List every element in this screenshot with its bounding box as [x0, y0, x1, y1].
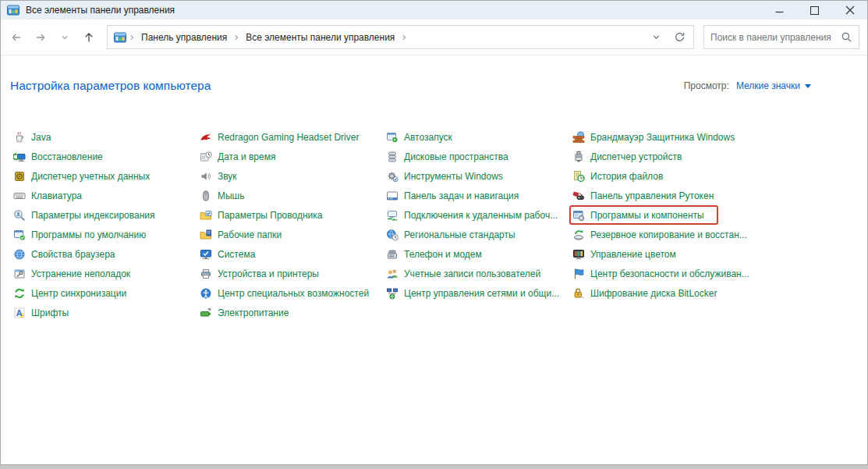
item-label: Программы и компоненты [590, 210, 704, 221]
recent-pages-dropdown[interactable] [54, 27, 75, 48]
backup-restore-icon [572, 229, 585, 241]
control-panel-item[interactable]: Резервное копирование и восстан... [569, 225, 761, 244]
item-label: Центр специальных возможностей [218, 288, 369, 299]
control-panel-item[interactable]: Дисковые пространства [383, 147, 523, 166]
maximize-button[interactable] [797, 1, 832, 20]
window-title: Все элементы панели управления [26, 5, 175, 16]
control-panel-item[interactable]: Redragon Gaming Headset Driver [197, 127, 373, 147]
control-panel-item[interactable]: Шифрование диска BitLocker [569, 283, 731, 303]
control-panel-item[interactable]: Подключения к удаленным рабоч... [383, 205, 572, 225]
date-time-icon [200, 151, 212, 163]
item-label: Восстановление [31, 151, 103, 162]
control-panel-item[interactable]: Телефон и модем [383, 244, 496, 264]
item-label: Устранение неполадок [31, 268, 130, 279]
control-panel-item[interactable]: Автозапуск [383, 127, 466, 147]
control-panel-item[interactable]: Программы и компоненты [569, 205, 718, 225]
windows-tools-icon [386, 170, 399, 183]
item-label: Redragon Gaming Headset Driver [218, 132, 359, 143]
work-folders-icon [200, 229, 212, 241]
breadcrumb-chevron-icon[interactable] [231, 34, 242, 41]
control-panel-item[interactable]: Звук [197, 166, 251, 186]
control-panel-item[interactable]: Система [197, 244, 269, 264]
search-input[interactable] [710, 32, 841, 43]
control-panel-item[interactable]: Программы по умолчанию [10, 225, 160, 244]
control-panel-item[interactable]: Брандмауэр Защитника Windows [569, 127, 749, 147]
control-panel-item[interactable]: Клавиатура [10, 186, 96, 205]
control-panel-item[interactable]: История файлов [569, 166, 677, 186]
item-label: Клавиатура [31, 190, 82, 201]
item-label: Центр безопасности и обслуживан... [590, 268, 749, 279]
view-mode-value: Мелкие значки [736, 80, 800, 91]
control-panel-item[interactable]: Восстановление [10, 147, 117, 166]
mouse-icon [200, 190, 212, 202]
item-label: Резервное копирование и восстан... [590, 229, 747, 240]
back-button[interactable] [5, 27, 27, 48]
internet-options-icon [13, 248, 26, 261]
control-panel-item[interactable]: Устройства и принтеры [197, 264, 333, 283]
control-panel-item[interactable]: Региональные стандарты [383, 225, 530, 244]
item-label: Программы по умолчанию [31, 229, 146, 240]
breadcrumb-chevron-icon[interactable] [126, 34, 137, 41]
control-panel-item[interactable]: Центр специальных возможностей [197, 283, 383, 303]
breadcrumb-all-items[interactable]: Все элементы панели управления [242, 32, 399, 43]
control-panel-item[interactable]: Панель управления Рутокен [569, 186, 728, 205]
control-panel-item[interactable]: Свойства браузера [10, 244, 129, 264]
control-panel-item[interactable]: Центр безопасности и обслуживан... [569, 264, 763, 283]
item-label: Региональные стандарты [404, 229, 515, 240]
forward-button[interactable] [30, 27, 51, 48]
java-icon [13, 131, 26, 144]
control-panel-item[interactable]: Параметры индексирования [10, 205, 168, 225]
indexing-options-icon [13, 209, 26, 222]
device-manager-icon [572, 151, 585, 163]
network-sharing-icon [386, 287, 399, 300]
up-button[interactable] [78, 27, 99, 48]
control-panel-item[interactable]: Диспетчер устройств [569, 147, 696, 166]
close-button[interactable] [832, 1, 867, 20]
view-mode-dropdown[interactable]: Мелкие значки [736, 80, 811, 91]
control-panel-item[interactable]: AШрифты [10, 303, 83, 322]
breadcrumb-control-panel[interactable]: Панель управления [137, 32, 231, 43]
breadcrumb-chevron-icon[interactable] [399, 34, 409, 41]
page-title: Настройка параметров компьютера [10, 79, 211, 93]
control-panel-item[interactable]: Центр синхронизации [10, 283, 140, 303]
item-label: Учетные записи пользователей [404, 268, 540, 279]
control-panel-item[interactable]: Центр управления сетями и общи... [383, 283, 573, 303]
item-label: Центр управления сетями и общи... [404, 288, 559, 299]
item-label: Свойства браузера [31, 249, 115, 260]
minimize-button[interactable] [762, 1, 797, 20]
control-panel-item[interactable]: Мышь [197, 186, 259, 205]
control-panel-item[interactable]: Java [10, 127, 65, 147]
item-label: Дисковые пространства [404, 151, 508, 162]
control-panel-item[interactable]: Рабочие папки [197, 225, 296, 244]
control-panel-item[interactable]: Управление цветом [569, 244, 690, 264]
search-box[interactable] [703, 25, 859, 49]
control-panel-item[interactable]: Дата и время [197, 147, 289, 166]
control-panel-item[interactable]: Панель задач и навигация [383, 186, 533, 205]
address-bar[interactable]: Панель управления Все элементы панели уп… [107, 25, 694, 49]
item-label: Управление цветом [590, 249, 676, 260]
autoplay-icon [386, 131, 399, 144]
refresh-icon[interactable] [674, 31, 686, 43]
rutoken-icon [572, 190, 585, 202]
item-label: Диспетчер учетных данных [31, 171, 150, 182]
sync-center-icon [13, 287, 26, 300]
control-panel-item[interactable]: Электропитание [197, 303, 303, 322]
control-panel-item[interactable]: Диспетчер учетных данных [10, 166, 164, 186]
window-controls [762, 1, 867, 20]
item-label: Брандмауэр Защитника Windows [590, 132, 735, 143]
color-management-icon [572, 248, 585, 261]
item-label: Рабочие папки [218, 229, 282, 240]
item-label: Шрифты [31, 307, 69, 318]
firewall-icon [572, 131, 585, 144]
item-label: Телефон и модем [404, 249, 482, 260]
search-icon[interactable] [841, 31, 852, 43]
file-history-icon [572, 170, 585, 183]
chevron-down-icon [805, 84, 811, 88]
control-panel-item[interactable]: Инструменты Windows [383, 166, 517, 186]
control-panel-item[interactable]: Устранение неполадок [10, 264, 144, 283]
control-panel-item[interactable]: Учетные записи пользователей [383, 264, 554, 283]
control-panel-item[interactable]: Параметры Проводника [197, 205, 336, 225]
content-header: Настройка параметров компьютера Просмотр… [10, 79, 867, 93]
address-dropdown-icon[interactable] [651, 32, 661, 42]
toolbar: Панель управления Все элементы панели уп… [1, 20, 867, 55]
